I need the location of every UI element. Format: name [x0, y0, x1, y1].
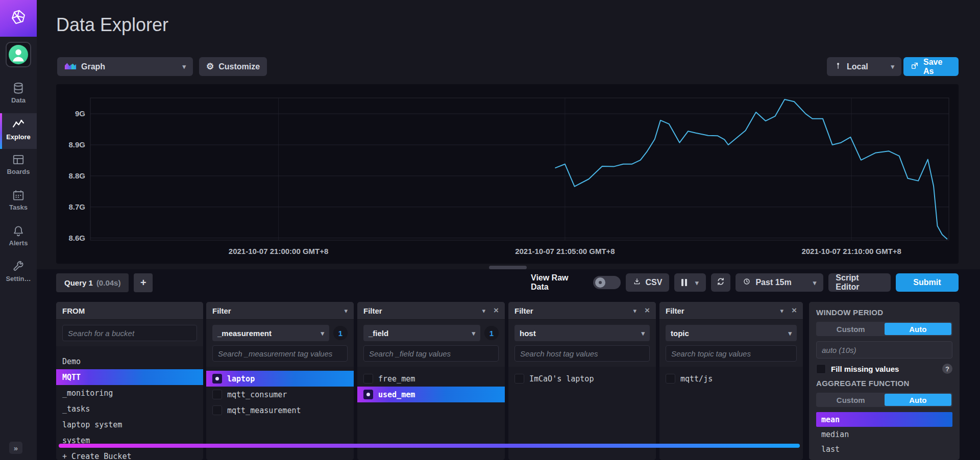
bucket-item[interactable]: laptop system	[56, 417, 203, 432]
bucket-item-selected[interactable]: MQTT	[56, 369, 203, 385]
csv-label: CSV	[646, 278, 663, 287]
sidebar-item-settings[interactable]: Settin…	[0, 260, 37, 283]
sidebar-item-explore[interactable]: Explore	[0, 117, 37, 141]
time-series-chart[interactable]: 2021-10-07 21:00:00 GMT+82021-10-07 21:0…	[56, 84, 959, 264]
filter-controls: topic ▾	[659, 320, 803, 367]
timezone-dropdown[interactable]: Local ▾	[827, 57, 901, 76]
refresh-button[interactable]	[711, 273, 731, 292]
window-period-value[interactable]: auto (10s)	[816, 341, 952, 359]
query-controls: View Raw Data CSV ▾	[531, 273, 959, 292]
bell-icon	[12, 224, 25, 238]
tag-value-search-input[interactable]	[514, 345, 650, 362]
filter-controls: _field ▾ 1	[357, 320, 505, 367]
sidebar-item-alerts[interactable]: Alerts	[0, 224, 37, 247]
tag-value-selected[interactable]: laptop	[206, 371, 354, 387]
tag-value-selected[interactable]: used_mem	[357, 387, 505, 402]
view-raw-data-label: View Raw Data	[531, 273, 587, 292]
builder-horizontal-scrollbar[interactable]	[59, 444, 800, 448]
close-icon[interactable]: ×	[789, 305, 797, 316]
selected-count-badge: 1	[333, 326, 348, 340]
chart-scrollbar-handle[interactable]	[489, 266, 527, 269]
visualization-type-label: Graph	[81, 62, 105, 71]
calendar-icon	[12, 189, 25, 202]
create-bucket-item[interactable]: + Create Bucket	[56, 448, 203, 460]
checkbox-checked[interactable]	[212, 374, 222, 384]
chevron-down-icon: ▾	[641, 330, 645, 337]
sidebar-item-tasks[interactable]: Tasks	[0, 189, 37, 211]
tag-value-item[interactable]: mqtt_measurement	[206, 402, 354, 418]
refresh-icon	[716, 277, 725, 288]
user-avatar[interactable]	[6, 42, 31, 67]
bucket-search-input[interactable]	[62, 325, 197, 341]
tag-value-search-input[interactable]	[666, 345, 797, 362]
tag-value-item[interactable]: mqtt_consumer	[206, 387, 354, 402]
checkbox-unchecked[interactable]	[514, 374, 524, 384]
chevron-down-icon: ▾	[321, 330, 324, 337]
aggregate-function-item[interactable]: median	[816, 427, 952, 442]
bucket-item[interactable]: _tasks	[56, 401, 203, 417]
help-icon[interactable]: ?	[942, 364, 952, 374]
aggregate-function-item[interactable]: last	[816, 442, 952, 456]
view-raw-data-toggle[interactable]	[593, 276, 621, 289]
svg-text:8.9G: 8.9G	[68, 140, 85, 149]
nav-expand-button[interactable]: »	[9, 442, 22, 454]
tag-value-search-input[interactable]	[363, 345, 499, 362]
svg-text:9G: 9G	[75, 109, 85, 118]
tag-key-dropdown[interactable]: topic ▾	[666, 325, 797, 341]
csv-download-button[interactable]: CSV	[626, 273, 670, 292]
tag-value-item[interactable]: ImCaO's laptop	[508, 371, 656, 387]
fill-missing-values-row: Fill missing values ?	[816, 364, 952, 374]
close-icon[interactable]: ×	[491, 305, 499, 316]
tag-value-item[interactable]: mqtt/js	[659, 371, 803, 387]
query-tab[interactable]: Query 1 (0.04s)	[56, 273, 129, 292]
pause-dropdown-button[interactable]: ▾	[674, 273, 705, 292]
export-icon	[911, 62, 919, 72]
nav-rail: Data Explore Boards	[0, 0, 37, 460]
tag-key-dropdown[interactable]: host ▾	[514, 325, 650, 341]
double-chevron-right-icon: »	[14, 444, 18, 452]
checkbox-unchecked[interactable]	[816, 364, 826, 374]
tag-value-item[interactable]: free_mem	[357, 371, 505, 387]
bucket-item[interactable]: _monitoring	[56, 385, 203, 401]
bucket-item[interactable]: Demo	[56, 353, 203, 369]
tag-value-search-input[interactable]	[212, 345, 348, 362]
chevron-down-icon[interactable]: ▾	[482, 308, 486, 314]
aggregate-function-selected[interactable]: mean	[816, 412, 952, 427]
from-card-header: FROM	[56, 302, 203, 320]
customize-label: Customize	[218, 62, 260, 71]
influxdb-logo[interactable]	[0, 0, 37, 37]
window-custom-option[interactable]: Custom	[817, 323, 885, 335]
aggregate-auto-option[interactable]: Auto	[885, 394, 952, 406]
aggregate-custom-option[interactable]: Custom	[817, 394, 885, 406]
pin-icon	[834, 61, 842, 72]
chevron-down-icon[interactable]: ▾	[344, 308, 348, 314]
chevron-down-icon[interactable]: ▾	[633, 308, 637, 314]
window-period-mode-toggle: Custom Auto	[816, 322, 952, 336]
checkbox-checked[interactable]	[363, 390, 373, 399]
database-icon	[12, 82, 25, 95]
chevron-down-icon: ▾	[891, 63, 894, 70]
filter-card-field: Filter ▾ × _field ▾ 1 free_mem used_mem	[357, 302, 505, 460]
checkbox-unchecked[interactable]	[212, 405, 222, 415]
time-range-dropdown[interactable]: Past 15m ▾	[736, 273, 823, 292]
close-icon[interactable]: ×	[642, 305, 650, 316]
timezone-label: Local	[847, 62, 868, 71]
chevron-down-icon: ▾	[695, 279, 699, 286]
checkbox-unchecked[interactable]	[666, 374, 675, 384]
save-as-button[interactable]: Save As	[903, 57, 959, 76]
chevron-down-icon[interactable]: ▾	[780, 308, 784, 314]
customize-button[interactable]: ⚙ Customize	[199, 57, 267, 76]
tag-key-dropdown[interactable]: _field ▾	[363, 325, 480, 341]
add-query-button[interactable]: +	[134, 273, 153, 292]
sidebar-item-data[interactable]: Data	[0, 82, 37, 104]
filter-card-measurement: Filter ▾ _measurement ▾ 1 laptop mqtt_co…	[206, 302, 354, 460]
gear-icon: ⚙	[206, 61, 214, 72]
visualization-type-dropdown[interactable]: Graph ▾	[57, 57, 193, 76]
checkbox-unchecked[interactable]	[212, 390, 222, 399]
window-auto-option[interactable]: Auto	[885, 323, 952, 335]
tag-key-dropdown[interactable]: _measurement ▾	[212, 325, 329, 341]
checkbox-unchecked[interactable]	[363, 374, 373, 384]
sidebar-item-boards[interactable]: Boards	[0, 153, 37, 175]
script-editor-button[interactable]: Script Editor	[828, 273, 890, 292]
submit-button[interactable]: Submit	[896, 273, 959, 292]
